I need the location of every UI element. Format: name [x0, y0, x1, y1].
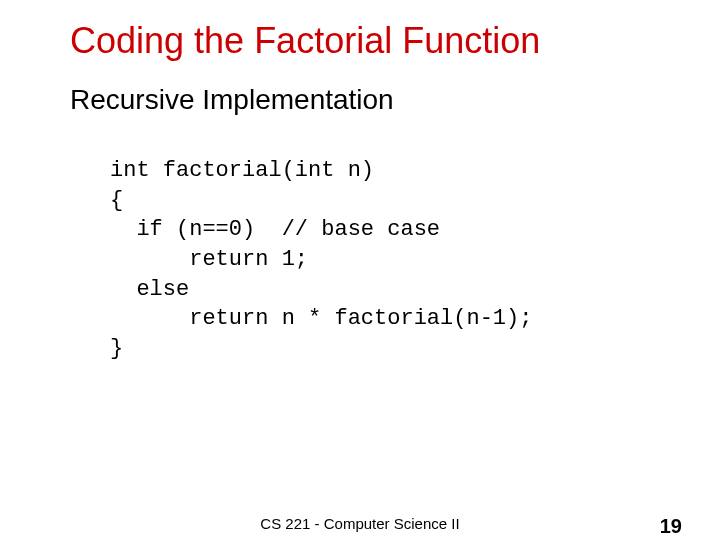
code-line: if (n==0) // base case — [110, 217, 440, 242]
code-line: else — [110, 277, 189, 302]
page-number: 19 — [660, 515, 682, 538]
slide: Coding the Factorial Function Recursive … — [0, 20, 720, 540]
code-line: return 1; — [110, 247, 308, 272]
slide-subtitle: Recursive Implementation — [70, 84, 720, 116]
code-line: } — [110, 336, 123, 361]
footer-text: CS 221 - Computer Science II — [0, 515, 720, 532]
code-line: return n * factorial(n-1); — [110, 306, 532, 331]
code-block: int factorial(int n) { if (n==0) // base… — [110, 156, 720, 364]
code-line: { — [110, 188, 123, 213]
slide-title: Coding the Factorial Function — [70, 20, 720, 62]
code-line: int factorial(int n) — [110, 158, 374, 183]
